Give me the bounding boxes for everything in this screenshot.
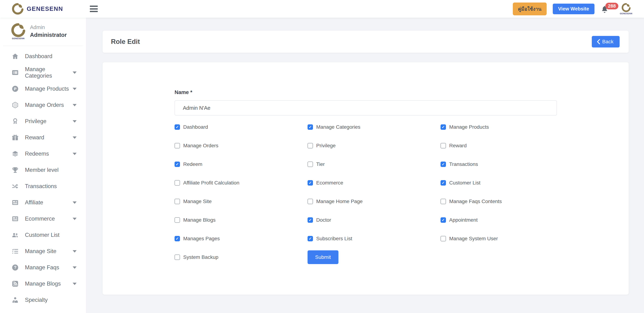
card-icon: [11, 215, 19, 222]
check-icon: ✓: [176, 125, 179, 129]
sidebar-item-manage-categories[interactable]: Manage Categories: [0, 64, 86, 81]
layers-icon: [11, 150, 19, 157]
checkbox: ✓: [440, 162, 446, 167]
checkbox: ✓: [174, 143, 180, 148]
checkbox: ✓: [440, 143, 446, 148]
avatar-brand-label: GENESENN: [620, 12, 632, 15]
chevron-left-icon: [597, 39, 600, 44]
sidebar-item-manage-faqs[interactable]: ? Manage Faqs: [0, 259, 86, 276]
checkbox: ✓: [440, 180, 446, 186]
avatar-logo-icon: [622, 3, 631, 12]
check-icon: ✓: [309, 218, 312, 222]
permission-manage-faqs-contents[interactable]: ✓ Manage Faqs Contents: [440, 199, 557, 204]
sidebar-nav: Dashboard Manage Categories P Manage Pro…: [0, 48, 86, 308]
sidebar-item-redeems[interactable]: Redeems: [0, 146, 86, 162]
chevron-down-icon: [73, 120, 76, 123]
permission-tier[interactable]: ✓ Tier: [308, 161, 440, 167]
checkbox: ✓: [440, 199, 446, 204]
checkbox: ✓: [174, 255, 180, 260]
profile-name: Admin: [30, 24, 67, 30]
chevron-down-icon: [73, 218, 76, 220]
privilege-icon: [11, 118, 19, 125]
check-icon: ✓: [442, 218, 445, 222]
permission-manage-site[interactable]: ✓ Manage Site: [174, 199, 308, 204]
sidebar-item-manage-site[interactable]: Manage Site: [0, 243, 86, 259]
back-button[interactable]: Back: [592, 36, 620, 47]
main-content: Role Edit Back Name * ✓ Dashboard ✓ Mana…: [86, 18, 644, 313]
profile-role: Administrator: [30, 32, 67, 38]
checkbox: ✓: [440, 236, 446, 241]
permission-reward[interactable]: ✓ Reward: [440, 143, 557, 149]
role-edit-form-card: Name * ✓ Dashboard ✓ Manage Categories ✓…: [103, 62, 629, 295]
permission-manage-categories[interactable]: ✓ Manage Categories: [308, 124, 440, 130]
permission-manage-products[interactable]: ✓ Manage Products: [440, 124, 557, 130]
sidebar-item-transactions[interactable]: Transactions: [0, 178, 86, 194]
check-icon: ✓: [309, 237, 312, 241]
products-icon: P: [11, 85, 19, 92]
chevron-down-icon: [73, 104, 76, 106]
sidebar-item-member-level[interactable]: Member level: [0, 162, 86, 178]
checkbox: ✓: [308, 217, 313, 223]
permission-privilege[interactable]: ✓ Privilege: [308, 143, 440, 149]
sidebar-item-manage-orders[interactable]: Manage Orders: [0, 97, 86, 113]
trophy-icon: [11, 166, 19, 174]
users-icon: [11, 231, 19, 239]
categories-icon: [11, 69, 19, 76]
checkbox: ✓: [174, 124, 180, 130]
check-icon: ✓: [309, 125, 312, 129]
permission-manages-pages[interactable]: ✓ Manages Pages: [174, 236, 308, 242]
checkbox: ✓: [174, 162, 180, 167]
sidebar-item-dashboard[interactable]: Dashboard: [0, 48, 86, 64]
permission-affiliate-profit-calculation[interactable]: ✓ Affiliate Profit Calculation: [174, 180, 308, 186]
permission-manage-home-page[interactable]: ✓ Manage Home Page: [308, 199, 440, 204]
sidebar-item-manage-blogs[interactable]: Manage Blogs: [0, 276, 86, 292]
sidebar-item-privilege[interactable]: Privilege: [0, 113, 86, 129]
check-icon: ✓: [442, 125, 445, 129]
permission-transactions[interactable]: ✓ Transactions: [440, 161, 557, 167]
permission-customer-list[interactable]: ✓ Customer List: [440, 180, 557, 186]
sidebar-item-ecommerce[interactable]: Ecommerce: [0, 211, 86, 227]
checkbox: ✓: [174, 180, 180, 186]
sidebar: GENESENN Admin Administrator Dashboard M…: [0, 18, 86, 313]
rss-icon: [11, 280, 19, 287]
name-input[interactable]: [174, 100, 557, 115]
permission-manage-system-user[interactable]: ✓ Manage System User: [440, 236, 557, 242]
permission-dashboard[interactable]: ✓ Dashboard: [174, 124, 308, 130]
chevron-down-icon: [73, 153, 76, 155]
checklist-icon: [11, 248, 19, 255]
sidebar-profile: GENESENN Admin Administrator: [0, 23, 86, 39]
permission-system-backup[interactable]: ✓ System Backup: [174, 254, 308, 260]
check-icon: ✓: [176, 237, 179, 241]
sidebar-item-specialty[interactable]: Specialty: [0, 292, 86, 308]
notifications-button[interactable]: 288: [601, 4, 609, 13]
permission-manage-orders[interactable]: ✓ Manage Orders: [174, 143, 308, 149]
profile-avatar: GENESENN: [11, 23, 25, 39]
chevron-down-icon: [73, 283, 76, 285]
permission-appointment[interactable]: ✓ Appointment: [440, 217, 557, 223]
checkbox: ✓: [308, 143, 313, 148]
menu-toggle-icon[interactable]: [90, 5, 98, 12]
notification-count-badge: 288: [605, 3, 618, 9]
submit-button[interactable]: Submit: [308, 250, 338, 264]
brand-name: GENESENN: [27, 5, 63, 12]
user-avatar[interactable]: GENESENN: [620, 3, 632, 15]
view-website-button[interactable]: View Website: [553, 3, 595, 14]
permission-redeem[interactable]: ✓ Redeem: [174, 161, 308, 167]
brand[interactable]: GENESENN: [0, 3, 86, 15]
check-icon: ✓: [176, 162, 179, 166]
topbar: GENESENN คู่มือใช้งาน View Website 288 G…: [0, 0, 644, 18]
checkbox: ✓: [440, 124, 446, 130]
sidebar-item-reward[interactable]: Reward: [0, 129, 86, 146]
checkbox: ✓: [174, 199, 180, 204]
permission-doctor[interactable]: ✓ Doctor: [308, 217, 440, 223]
sidebar-item-affiliate[interactable]: Affiliate: [0, 194, 86, 211]
checkbox: ✓: [308, 199, 313, 204]
checkbox: ✓: [308, 162, 313, 167]
manual-button[interactable]: คู่มือใช้งาน: [513, 2, 546, 15]
permission-subscribers-list[interactable]: ✓ Subscribers List: [308, 236, 440, 242]
sidebar-item-manage-products[interactable]: P Manage Products: [0, 81, 86, 97]
permission-manage-blogs[interactable]: ✓ Manage Blogs: [174, 217, 308, 223]
permission-ecommerce[interactable]: ✓ Ecommerce: [308, 180, 440, 186]
page-header-card: Role Edit Back: [103, 31, 629, 53]
sidebar-item-customer-list[interactable]: Customer List: [0, 227, 86, 243]
